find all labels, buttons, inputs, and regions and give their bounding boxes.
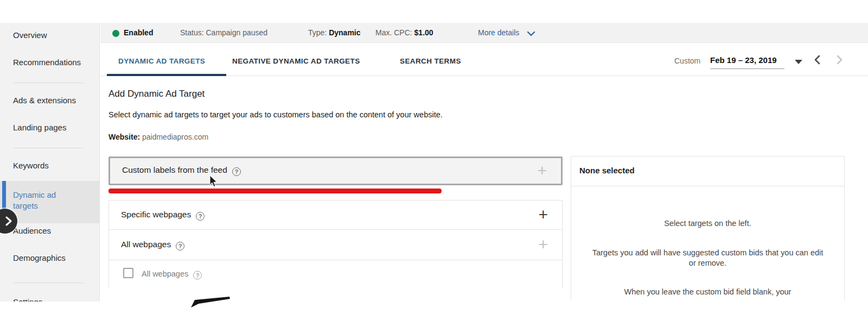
section-label: Specific webpages? bbox=[121, 210, 205, 221]
checkbox-label: All webpages? bbox=[142, 269, 202, 279]
expand-plus-icon[interactable]: + bbox=[538, 206, 548, 222]
website-value: paidmediapros.com bbox=[142, 133, 208, 141]
section-label: All webpages? bbox=[121, 240, 184, 250]
red-underline-annotation bbox=[108, 189, 442, 193]
sidebar-item-audiences[interactable]: Audiences bbox=[13, 226, 51, 235]
sidebar-item-label: Dynamic ad targets bbox=[13, 190, 74, 211]
help-icon[interactable]: ? bbox=[176, 242, 184, 250]
date-range-value[interactable]: Feb 19 – 23, 2019 bbox=[710, 55, 777, 65]
sidebar-item-recommendations[interactable]: Recommendations bbox=[13, 58, 81, 67]
selected-tab-underline bbox=[107, 74, 226, 76]
selection-panel-header: None selected bbox=[571, 156, 844, 186]
none-selected-label: None selected bbox=[579, 166, 635, 175]
section-specific-webpages[interactable]: Specific webpages? + bbox=[109, 200, 562, 230]
sidebar-nav: Overview Recommendations Ads & extension… bbox=[0, 23, 100, 302]
website-label: Website: bbox=[108, 133, 140, 141]
tab-negative-dynamic-ad-targets[interactable]: NEGATIVE DYNAMIC AD TARGETS bbox=[232, 57, 360, 65]
date-range-dropdown-caret-icon[interactable] bbox=[795, 60, 802, 64]
tab-dynamic-ad-targets[interactable]: DYNAMIC AD TARGETS bbox=[118, 57, 205, 65]
previous-date-range-icon[interactable] bbox=[813, 55, 822, 67]
sidebar-divider bbox=[13, 148, 84, 148]
selected-targets-panel: None selected Select targets on the left… bbox=[571, 156, 845, 300]
mouse-cursor bbox=[209, 175, 218, 190]
tab-search-terms[interactable]: SEARCH TERMS bbox=[400, 57, 461, 65]
dynamic-ad-target-sections: Specific webpages? + All webpages? + All… bbox=[108, 200, 563, 288]
expand-plus-icon[interactable]: + bbox=[537, 162, 547, 178]
next-date-range-icon[interactable] bbox=[835, 55, 844, 67]
help-icon[interactable]: ? bbox=[193, 271, 202, 279]
panel-hint-line: Select targets on the left. bbox=[571, 218, 844, 229]
panel-hint-line: Targets you add will have suggested cust… bbox=[571, 248, 844, 268]
sidebar-item-overview[interactable]: Overview bbox=[13, 30, 47, 40]
section-all-webpages[interactable]: All webpages? + bbox=[109, 230, 562, 260]
help-icon[interactable]: ? bbox=[232, 167, 241, 176]
help-icon[interactable]: ? bbox=[196, 212, 205, 221]
section-label: Custom labels from the feed? bbox=[122, 165, 241, 176]
website-line: Website: paidmediapros.com bbox=[108, 133, 208, 141]
campaign-status: Status: Campaign paused bbox=[180, 28, 267, 37]
panel-hint-line: When you leave the custom bid field blan… bbox=[571, 287, 844, 297]
campaign-type: Type: Dynamic bbox=[308, 28, 361, 37]
all-webpages-option-row: All webpages? bbox=[109, 260, 562, 288]
sidebar-divider bbox=[13, 83, 84, 83]
enabled-status-dot-icon bbox=[112, 30, 119, 37]
sidebar-item-keywords[interactable]: Keywords bbox=[13, 161, 49, 170]
max-cpc: Max. CPC: $1.00 bbox=[375, 28, 433, 37]
sidebar-item-demographics[interactable]: Demographics bbox=[13, 253, 66, 262]
more-details-button[interactable]: More details bbox=[478, 28, 535, 37]
google-ads-dynamic-ad-targets-page: Overview Recommendations Ads & extension… bbox=[0, 0, 868, 326]
black-scribble-annotation bbox=[190, 296, 231, 311]
sidebar-item-settings[interactable]: Settings bbox=[13, 297, 42, 302]
tabs-bar: DYNAMIC AD TARGETS NEGATIVE DYNAMIC AD T… bbox=[100, 43, 868, 76]
section-custom-labels-from-feed[interactable]: Custom labels from the feed? + bbox=[108, 156, 563, 185]
all-webpages-checkbox[interactable] bbox=[123, 268, 133, 278]
page-description: Select dynamic ad targets to target your… bbox=[108, 110, 443, 119]
date-range-underline bbox=[710, 68, 784, 69]
page-title: Add Dynamic Ad Target bbox=[108, 89, 205, 99]
sidebar-divider bbox=[13, 283, 84, 283]
sidebar-item-landing-pages[interactable]: Landing pages bbox=[13, 123, 66, 132]
chevron-down-icon bbox=[519, 28, 535, 37]
date-range-mode-label: Custom bbox=[674, 57, 700, 65]
expand-plus-icon[interactable]: + bbox=[538, 236, 548, 252]
sidebar-item-ads-extensions[interactable]: Ads & extensions bbox=[13, 96, 76, 105]
campaign-status-bar: Enabled Status: Campaign paused Type: Dy… bbox=[100, 23, 868, 43]
enabled-status[interactable]: Enabled bbox=[124, 28, 153, 37]
